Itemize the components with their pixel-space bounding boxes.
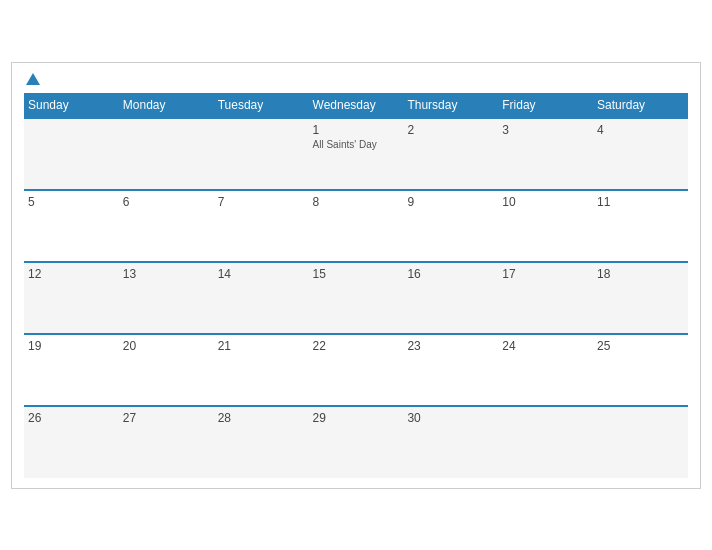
calendar-day-cell: 8 bbox=[309, 190, 404, 262]
calendar-day-cell: 18 bbox=[593, 262, 688, 334]
day-number: 24 bbox=[502, 339, 589, 353]
calendar-day-cell: 22 bbox=[309, 334, 404, 406]
day-number: 17 bbox=[502, 267, 589, 281]
calendar-day-cell bbox=[24, 118, 119, 190]
day-number: 30 bbox=[407, 411, 494, 425]
day-number: 6 bbox=[123, 195, 210, 209]
calendar-day-cell: 25 bbox=[593, 334, 688, 406]
calendar-day-cell: 24 bbox=[498, 334, 593, 406]
calendar-day-cell: 5 bbox=[24, 190, 119, 262]
calendar-day-cell: 13 bbox=[119, 262, 214, 334]
calendar-day-cell: 6 bbox=[119, 190, 214, 262]
calendar-day-cell: 10 bbox=[498, 190, 593, 262]
day-number: 16 bbox=[407, 267, 494, 281]
weekday-header-row: SundayMondayTuesdayWednesdayThursdayFrid… bbox=[24, 93, 688, 118]
calendar-day-cell: 4 bbox=[593, 118, 688, 190]
weekday-header-cell: Tuesday bbox=[214, 93, 309, 118]
calendar-week-row: 1All Saints' Day234 bbox=[24, 118, 688, 190]
day-number: 7 bbox=[218, 195, 305, 209]
day-number: 5 bbox=[28, 195, 115, 209]
calendar-week-row: 567891011 bbox=[24, 190, 688, 262]
calendar-day-cell: 11 bbox=[593, 190, 688, 262]
calendar-header bbox=[24, 73, 688, 85]
logo-triangle-icon bbox=[26, 73, 40, 85]
day-number: 12 bbox=[28, 267, 115, 281]
day-number: 26 bbox=[28, 411, 115, 425]
day-number: 8 bbox=[313, 195, 400, 209]
calendar-day-cell: 7 bbox=[214, 190, 309, 262]
calendar-table: SundayMondayTuesdayWednesdayThursdayFrid… bbox=[24, 93, 688, 478]
calendar-day-cell: 9 bbox=[403, 190, 498, 262]
calendar-day-cell: 21 bbox=[214, 334, 309, 406]
calendar-body: 1All Saints' Day234567891011121314151617… bbox=[24, 118, 688, 478]
calendar-day-cell: 14 bbox=[214, 262, 309, 334]
day-number: 11 bbox=[597, 195, 684, 209]
day-number: 3 bbox=[502, 123, 589, 137]
day-number: 23 bbox=[407, 339, 494, 353]
event-label: All Saints' Day bbox=[313, 139, 400, 150]
day-number: 21 bbox=[218, 339, 305, 353]
calendar-day-cell: 3 bbox=[498, 118, 593, 190]
day-number: 20 bbox=[123, 339, 210, 353]
calendar-day-cell: 26 bbox=[24, 406, 119, 478]
day-number: 2 bbox=[407, 123, 494, 137]
day-number: 9 bbox=[407, 195, 494, 209]
day-number: 14 bbox=[218, 267, 305, 281]
calendar-week-row: 2627282930 bbox=[24, 406, 688, 478]
calendar-day-cell: 29 bbox=[309, 406, 404, 478]
calendar-day-cell: 12 bbox=[24, 262, 119, 334]
day-number: 25 bbox=[597, 339, 684, 353]
logo bbox=[24, 73, 40, 85]
day-number: 10 bbox=[502, 195, 589, 209]
calendar-day-cell: 23 bbox=[403, 334, 498, 406]
weekday-header-cell: Wednesday bbox=[309, 93, 404, 118]
day-number: 4 bbox=[597, 123, 684, 137]
calendar-week-row: 19202122232425 bbox=[24, 334, 688, 406]
calendar-day-cell: 19 bbox=[24, 334, 119, 406]
calendar-day-cell bbox=[593, 406, 688, 478]
calendar-day-cell: 16 bbox=[403, 262, 498, 334]
weekday-header-cell: Friday bbox=[498, 93, 593, 118]
calendar-day-cell: 30 bbox=[403, 406, 498, 478]
calendar-week-row: 12131415161718 bbox=[24, 262, 688, 334]
day-number: 19 bbox=[28, 339, 115, 353]
day-number: 1 bbox=[313, 123, 400, 137]
weekday-header-cell: Sunday bbox=[24, 93, 119, 118]
calendar-day-cell: 17 bbox=[498, 262, 593, 334]
calendar-day-cell: 27 bbox=[119, 406, 214, 478]
calendar-day-cell: 28 bbox=[214, 406, 309, 478]
day-number: 22 bbox=[313, 339, 400, 353]
day-number: 29 bbox=[313, 411, 400, 425]
calendar-day-cell: 15 bbox=[309, 262, 404, 334]
day-number: 18 bbox=[597, 267, 684, 281]
calendar-day-cell: 2 bbox=[403, 118, 498, 190]
calendar-day-cell bbox=[498, 406, 593, 478]
day-number: 15 bbox=[313, 267, 400, 281]
calendar-day-cell bbox=[119, 118, 214, 190]
weekday-header-cell: Thursday bbox=[403, 93, 498, 118]
calendar-day-cell bbox=[214, 118, 309, 190]
day-number: 13 bbox=[123, 267, 210, 281]
weekday-header-cell: Saturday bbox=[593, 93, 688, 118]
weekday-header-cell: Monday bbox=[119, 93, 214, 118]
calendar-thead: SundayMondayTuesdayWednesdayThursdayFrid… bbox=[24, 93, 688, 118]
day-number: 27 bbox=[123, 411, 210, 425]
day-number: 28 bbox=[218, 411, 305, 425]
calendar-day-cell: 1All Saints' Day bbox=[309, 118, 404, 190]
calendar-day-cell: 20 bbox=[119, 334, 214, 406]
calendar-container: SundayMondayTuesdayWednesdayThursdayFrid… bbox=[11, 62, 701, 489]
